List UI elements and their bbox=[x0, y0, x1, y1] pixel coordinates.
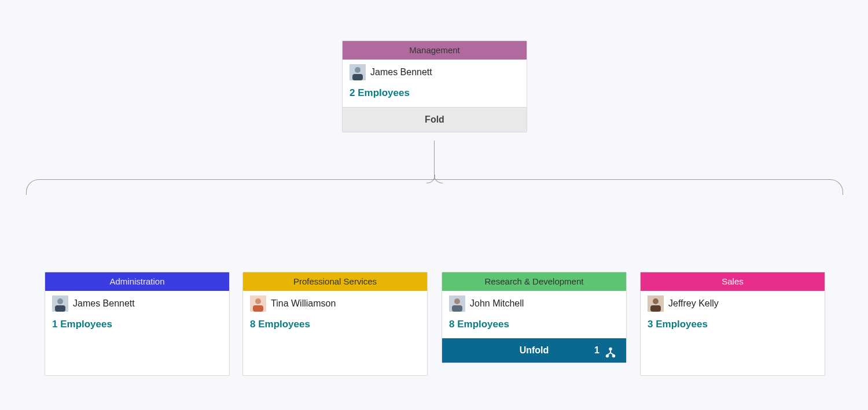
card-body: John Mitchell 8 Employees bbox=[442, 291, 626, 338]
card-header: Professional Services bbox=[243, 272, 427, 291]
manager-name: James Bennett bbox=[370, 67, 432, 77]
svg-rect-5 bbox=[55, 305, 65, 312]
avatar bbox=[250, 296, 266, 312]
svg-rect-11 bbox=[452, 305, 462, 312]
org-card-administration[interactable]: Administration James Bennett 1 Employees bbox=[45, 272, 230, 376]
manager-name: Tina Williamson bbox=[271, 298, 336, 309]
card-header: Administration bbox=[45, 272, 229, 291]
manager-name: John Mitchell bbox=[470, 298, 524, 309]
manager-name: Jeffrey Kelly bbox=[668, 298, 719, 309]
connector-stem bbox=[434, 141, 435, 179]
svg-point-10 bbox=[454, 298, 460, 304]
avatar bbox=[350, 64, 366, 80]
card-body: James Bennett 1 Employees bbox=[45, 291, 229, 338]
employees-link[interactable]: 8 Employees bbox=[250, 319, 420, 330]
manager-name: James Bennett bbox=[73, 298, 135, 309]
employees-link[interactable]: 2 Employees bbox=[350, 87, 520, 99]
card-header: Management bbox=[343, 41, 527, 60]
hierarchy-icon bbox=[604, 344, 617, 357]
manager-row[interactable]: Tina Williamson bbox=[250, 296, 420, 312]
manager-row[interactable]: Jeffrey Kelly bbox=[648, 296, 818, 312]
org-card-sales[interactable]: Sales Jeffrey Kelly 3 Employees bbox=[640, 272, 825, 376]
employees-link[interactable]: 3 Employees bbox=[648, 319, 818, 330]
manager-row[interactable]: James Bennett bbox=[52, 296, 222, 312]
org-card-root[interactable]: Management James Bennett 2 Employees Fol… bbox=[342, 40, 527, 132]
card-body: Jeffrey Kelly 3 Employees bbox=[641, 291, 825, 338]
employees-link[interactable]: 1 Employees bbox=[52, 319, 222, 330]
svg-point-16 bbox=[653, 298, 659, 304]
svg-rect-17 bbox=[650, 305, 661, 312]
svg-point-1 bbox=[355, 67, 361, 73]
svg-point-12 bbox=[609, 348, 612, 351]
employees-link[interactable]: 8 Employees bbox=[449, 319, 619, 330]
card-body: Tina Williamson 8 Employees bbox=[243, 291, 427, 338]
org-card-professional-services[interactable]: Professional Services Tina Williamson 8 … bbox=[242, 272, 428, 376]
fold-button[interactable]: Fold bbox=[343, 107, 527, 132]
unfold-label: Unfold bbox=[520, 345, 549, 355]
manager-row[interactable]: John Mitchell bbox=[449, 296, 619, 312]
unfold-count: 1 bbox=[594, 338, 599, 363]
org-card-research-development[interactable]: Research & Development John Mitchell 8 E… bbox=[442, 272, 627, 363]
card-body: James Bennett 2 Employees bbox=[343, 60, 527, 107]
svg-rect-2 bbox=[352, 74, 363, 80]
card-header: Sales bbox=[641, 272, 825, 291]
card-header: Research & Development bbox=[442, 272, 626, 291]
svg-point-7 bbox=[255, 298, 261, 304]
connector-bracket bbox=[26, 179, 843, 195]
avatar bbox=[52, 296, 68, 312]
avatar bbox=[449, 296, 465, 312]
unfold-button[interactable]: Unfold 1 bbox=[442, 338, 626, 363]
svg-rect-8 bbox=[253, 305, 263, 312]
avatar bbox=[648, 296, 664, 312]
svg-point-4 bbox=[57, 298, 63, 304]
org-chart-canvas[interactable]: Management James Bennett 2 Employees Fol… bbox=[0, 0, 868, 410]
manager-row[interactable]: James Bennett bbox=[350, 64, 520, 80]
